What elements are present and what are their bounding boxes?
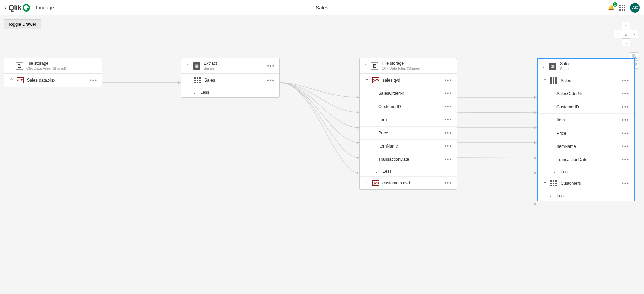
pan-left-button[interactable]: ‹ bbox=[614, 30, 622, 38]
more-button[interactable]: ••• bbox=[620, 130, 631, 136]
file-label: sales.qvd bbox=[382, 78, 400, 83]
file-icon bbox=[371, 62, 378, 70]
svg-marker-8 bbox=[534, 111, 537, 114]
pan-controls: ⌃ ‹ ⌂ › ⌄ bbox=[614, 22, 638, 46]
svg-marker-3 bbox=[357, 126, 359, 129]
node-subtitle: Sense bbox=[560, 66, 570, 71]
field-row[interactable]: Price••• bbox=[360, 127, 457, 140]
app-icon bbox=[549, 63, 556, 70]
table-label: Sales bbox=[561, 78, 571, 83]
table-icon bbox=[194, 77, 201, 83]
field-row[interactable]: TransactionDate••• bbox=[360, 153, 457, 166]
more-button[interactable]: ••• bbox=[443, 130, 453, 136]
more-button[interactable]: ••• bbox=[443, 180, 453, 186]
expand-icon[interactable]: ⌃ bbox=[542, 78, 548, 83]
node-sales-app[interactable]: ⌄ Sales Sense ⌃ Sales ••• SalesOrderNr••… bbox=[537, 58, 635, 201]
svg-marker-7 bbox=[534, 96, 537, 99]
more-button[interactable]: ••• bbox=[443, 77, 453, 83]
file-label: customers.qvd bbox=[382, 181, 410, 185]
more-button[interactable]: ••• bbox=[443, 104, 453, 110]
more-button[interactable]: ••• bbox=[443, 156, 453, 162]
user-avatar[interactable]: AC bbox=[630, 3, 640, 13]
file-row[interactable]: ⌃ QVD sales.qvd ••• bbox=[360, 74, 457, 87]
field-row[interactable]: CustomerID••• bbox=[538, 100, 634, 114]
table-label: Sales bbox=[204, 78, 215, 83]
less-toggle[interactable]: ⌄ Less bbox=[181, 87, 279, 97]
notifications-button[interactable]: 🔔1 bbox=[608, 4, 615, 11]
field-row[interactable]: ItemName••• bbox=[360, 140, 457, 153]
field-row[interactable]: Price••• bbox=[538, 127, 634, 140]
svg-marker-2 bbox=[357, 111, 359, 114]
xlsx-icon: XLSX bbox=[17, 77, 24, 83]
field-row[interactable]: SalesOrderNr••• bbox=[360, 87, 457, 100]
table-row[interactable]: ⌃ Sales ••• bbox=[538, 74, 634, 87]
expand-icon[interactable]: ⌃ bbox=[364, 181, 370, 185]
node-extract[interactable]: ⌃ Extract Sense ••• ⌄ Sales ••• ⌄ Less bbox=[181, 58, 280, 98]
more-button[interactable]: ••• bbox=[266, 77, 276, 83]
node-subtitle: Qlik Data Files (Shared) bbox=[382, 66, 421, 71]
node-title: Sales bbox=[560, 61, 570, 66]
more-button[interactable]: ••• bbox=[620, 180, 631, 186]
file-icon bbox=[16, 62, 23, 70]
expand-icon[interactable]: ⌃ bbox=[542, 181, 548, 186]
file-row[interactable]: ⌃ XLSX Sales data.xlsx ••• bbox=[4, 74, 102, 87]
expand-icon[interactable]: ⌃ bbox=[9, 78, 14, 83]
field-row[interactable]: Item••• bbox=[538, 114, 634, 127]
expand-icon[interactable]: ⌃ bbox=[364, 78, 370, 83]
field-row[interactable]: TransactionDate••• bbox=[538, 153, 634, 166]
pan-right-button[interactable]: › bbox=[630, 30, 638, 38]
pan-up-button[interactable]: ⌃ bbox=[622, 22, 630, 30]
svg-marker-5 bbox=[357, 156, 359, 159]
svg-marker-11 bbox=[534, 157, 537, 159]
table-row[interactable]: ⌃ Customers ••• bbox=[538, 177, 634, 190]
app-launcher-button[interactable] bbox=[619, 5, 625, 11]
toggle-drawer-button[interactable]: Toggle Drawer bbox=[4, 19, 41, 29]
field-row[interactable]: Item••• bbox=[360, 113, 457, 127]
field-row[interactable]: SalesOrderNr••• bbox=[538, 87, 634, 100]
node-title: Extract bbox=[204, 61, 217, 66]
field-row[interactable]: ItemName••• bbox=[538, 140, 634, 153]
app-icon bbox=[193, 62, 200, 70]
more-button[interactable]: ••• bbox=[620, 157, 631, 163]
node-file-storage-2[interactable]: ⌃ File storage Qlik Data Files (Shared) … bbox=[359, 58, 457, 190]
collapse-icon[interactable]: ⌃ bbox=[7, 64, 13, 68]
more-button[interactable]: ••• bbox=[443, 117, 453, 123]
notification-badge: 1 bbox=[613, 2, 617, 7]
more-button[interactable]: ••• bbox=[266, 63, 276, 69]
table-label: Customers bbox=[561, 181, 581, 186]
more-button[interactable]: ••• bbox=[620, 91, 631, 97]
field-row[interactable]: CustomerID••• bbox=[360, 100, 457, 113]
node-subtitle: Sense bbox=[204, 66, 217, 71]
file-row[interactable]: ⌃ QVD customers.qvd ••• bbox=[360, 177, 457, 189]
more-button[interactable]: ••• bbox=[443, 143, 453, 149]
collapse-icon[interactable]: ⌄ bbox=[541, 64, 546, 69]
top-bar: ‹ Qlik Lineage Sales 🔔1 AC bbox=[0, 0, 644, 15]
chevron-down-icon: ⌄ bbox=[552, 169, 557, 174]
less-toggle[interactable]: ⌄Less bbox=[538, 190, 634, 201]
collapse-icon[interactable]: ⌃ bbox=[185, 64, 190, 68]
less-toggle[interactable]: ⌄Less bbox=[538, 166, 634, 177]
svg-marker-13 bbox=[534, 203, 537, 205]
more-button[interactable]: ••• bbox=[88, 77, 99, 83]
chevron-down-icon: ⌄ bbox=[374, 169, 379, 174]
pan-home-button[interactable]: ⌂ bbox=[622, 30, 630, 38]
more-button[interactable]: ••• bbox=[620, 104, 631, 110]
node-file-storage-1[interactable]: ⌃ File storage Qlik Data Files (Shared) … bbox=[4, 58, 102, 87]
lineage-canvas[interactable]: Toggle Drawer ⌃ ‹ ⌂ › ⌄ 🔍 🔎 ⌃ bbox=[0, 15, 644, 294]
table-row[interactable]: ⌄ Sales ••• bbox=[181, 74, 279, 87]
pan-down-button[interactable]: ⌄ bbox=[622, 38, 630, 46]
table-icon bbox=[550, 77, 557, 84]
more-button[interactable]: ••• bbox=[620, 143, 631, 150]
collapse-icon[interactable]: ⌃ bbox=[363, 64, 368, 68]
svg-marker-1 bbox=[357, 96, 359, 99]
qvd-icon: QVD bbox=[372, 180, 379, 186]
more-button[interactable]: ••• bbox=[620, 117, 631, 123]
more-button[interactable]: ••• bbox=[443, 90, 453, 96]
page-title: Sales bbox=[316, 5, 328, 10]
qlik-logo[interactable]: Qlik bbox=[8, 3, 30, 12]
qlik-q-icon bbox=[23, 4, 30, 12]
back-button[interactable]: ‹ bbox=[4, 4, 6, 11]
less-toggle[interactable]: ⌄Less bbox=[360, 166, 457, 177]
more-button[interactable]: ••• bbox=[620, 77, 631, 84]
expand-icon[interactable]: ⌄ bbox=[186, 78, 192, 83]
